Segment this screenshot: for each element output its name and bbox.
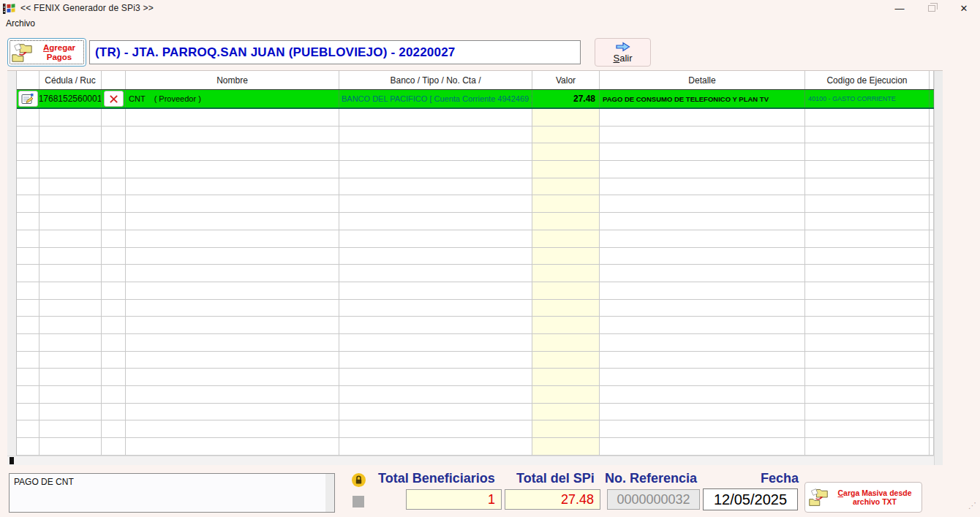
status-square — [353, 496, 364, 507]
empty-cell-cedula — [39, 127, 102, 144]
empty-table-row[interactable] — [17, 230, 934, 248]
agregar-pagos-button[interactable]: AgregarPagos — [7, 38, 86, 67]
empty-cell-codigo — [805, 248, 930, 265]
empty-cell-valor — [532, 369, 600, 386]
empty-cell-detalle — [600, 195, 805, 213]
empty-cell-banco — [339, 438, 532, 456]
empty-cell-edit — [17, 109, 39, 127]
empty-cell-codigo — [805, 352, 930, 369]
column-header-valor[interactable]: Valor — [532, 71, 600, 89]
column-header-del[interactable] — [102, 71, 126, 89]
delete-row-button[interactable] — [104, 91, 124, 107]
empty-cell-nombre — [126, 404, 339, 421]
empty-table-row[interactable] — [17, 317, 934, 334]
empty-cell-banco — [339, 127, 532, 144]
empty-table-row[interactable] — [17, 404, 934, 421]
empty-table-row[interactable] — [17, 369, 934, 386]
empty-cell-detalle — [600, 386, 805, 404]
empty-table-row[interactable] — [17, 109, 934, 127]
empty-cell-valor — [532, 143, 600, 161]
empty-cell-banco — [339, 195, 532, 213]
empty-cell-del — [102, 248, 126, 265]
column-header-cedula[interactable]: Cédula / Ruc — [39, 71, 102, 89]
empty-cell-nombre — [126, 109, 339, 127]
empty-cell-del — [102, 404, 126, 421]
empty-cell-banco — [339, 282, 532, 300]
empty-cell-nombre — [126, 420, 339, 438]
empty-table-row[interactable] — [17, 334, 934, 352]
empty-cell-banco — [339, 404, 532, 421]
empty-table-row[interactable] — [17, 265, 934, 282]
empty-cell-valor — [532, 161, 600, 178]
empty-cell-banco — [339, 352, 532, 369]
empty-table-row[interactable] — [17, 213, 934, 230]
empty-cell-nombre — [126, 352, 339, 369]
empty-cell-valor — [532, 109, 600, 127]
vertical-scrollbar[interactable] — [934, 71, 943, 465]
textarea-scrollbar[interactable] — [325, 474, 334, 512]
empty-cell-edit — [17, 369, 39, 386]
empty-cell-valor — [532, 127, 600, 144]
column-header-detalle[interactable]: Detalle — [600, 71, 805, 89]
empty-cell-codigo — [805, 265, 930, 282]
payments-grid: Cédula / RucNombreBanco / Tipo / No. Cta… — [7, 70, 943, 464]
close-button[interactable]: ✕ — [948, 0, 980, 16]
fecha-field[interactable]: 12/05/2025 — [703, 488, 798, 510]
column-header-edit[interactable] — [17, 71, 39, 89]
empty-table-row[interactable] — [17, 178, 934, 196]
empty-cell-valor — [532, 352, 600, 369]
empty-table-row[interactable] — [17, 127, 934, 144]
empty-cell-codigo — [805, 143, 930, 161]
empty-cell-codigo — [805, 213, 930, 230]
carga-masiva-button[interactable]: Carga Masiva desdearchivo TXT — [804, 482, 922, 513]
edit-row-button[interactable] — [18, 91, 38, 107]
empty-table-row[interactable] — [17, 352, 934, 369]
empty-cell-edit — [17, 438, 39, 456]
column-header-banco[interactable]: Banco / Tipo / No. Cta / — [339, 71, 532, 89]
empty-cell-detalle — [600, 213, 805, 230]
empty-cell-nombre — [126, 265, 339, 282]
empty-cell-del — [102, 386, 126, 404]
empty-cell-valor — [532, 420, 600, 438]
empty-table-row[interactable] — [17, 420, 934, 438]
title-bar: << FENIX Generador de SPi3 >> — ✕ — [0, 0, 980, 16]
table-row[interactable]: 1768152560001 CNT ( Proveedor ) BANCO DE… — [17, 90, 934, 109]
salir-button[interactable]: Salir — [595, 38, 651, 67]
payment-detail-textarea[interactable]: PAGO DE CNT — [9, 473, 335, 513]
empty-cell-cedula — [39, 369, 102, 386]
empty-cell-cedula — [39, 300, 102, 317]
empty-table-row[interactable] — [17, 248, 934, 265]
empty-cell-nombre — [126, 213, 339, 230]
empty-cell-banco — [339, 248, 532, 265]
empty-cell-detalle — [600, 248, 805, 265]
minimize-button[interactable]: — — [883, 0, 916, 16]
empty-cell-valor — [532, 300, 600, 317]
empty-cell-del — [102, 352, 126, 369]
empty-table-row[interactable] — [17, 282, 934, 300]
total-spi-field[interactable]: 27.48 — [505, 489, 600, 510]
empty-cell-detalle — [600, 109, 805, 127]
add-payments-folder-icon — [11, 42, 33, 64]
menu-archivo[interactable]: Archivo — [0, 17, 41, 30]
horizontal-scrollbar-thumb[interactable] — [10, 457, 14, 464]
column-header-nombre[interactable]: Nombre — [126, 71, 339, 89]
total-beneficiarios-field[interactable]: 1 — [406, 489, 502, 510]
resize-grip[interactable]: ⋰ — [968, 503, 977, 512]
empty-table-row[interactable] — [17, 161, 934, 178]
column-header-codigo[interactable]: Codigo de Ejecucion — [805, 71, 930, 89]
entity-name-field[interactable]: (TR) - JTA. PARROQ.SAN JUAN (PUEBLOVIEJO… — [89, 40, 581, 64]
empty-table-row[interactable] — [17, 438, 934, 456]
empty-cell-valor — [532, 230, 600, 248]
maximize-icon — [928, 5, 935, 12]
referencia-field: 0000000032 — [607, 489, 700, 510]
exit-arrow-icon — [615, 42, 631, 52]
empty-table-row[interactable] — [17, 386, 934, 404]
empty-table-row[interactable] — [17, 300, 934, 317]
empty-table-row[interactable] — [17, 143, 934, 161]
empty-cell-banco — [339, 230, 532, 248]
empty-table-row[interactable] — [17, 195, 934, 213]
empty-cell-nombre — [126, 282, 339, 300]
empty-cell-detalle — [600, 143, 805, 161]
maximize-button[interactable] — [916, 0, 948, 16]
horizontal-scrollbar[interactable] — [7, 456, 934, 465]
